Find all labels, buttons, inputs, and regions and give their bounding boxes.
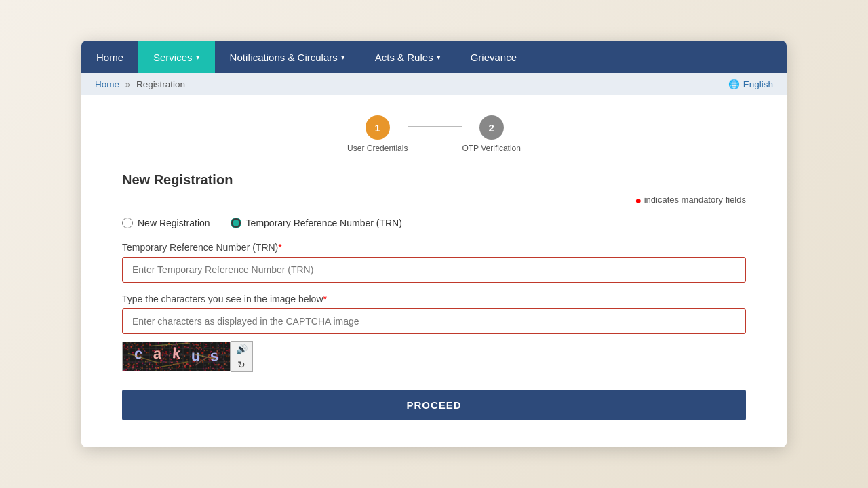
step-connector — [408, 126, 462, 127]
step-1-label: User Credentials — [347, 144, 408, 153]
radio-new-registration-label: New Registration — [138, 218, 210, 228]
browser-window: Home Services ▾ Notifications & Circular… — [81, 41, 787, 447]
captcha-input[interactable] — [122, 308, 746, 334]
mandatory-dot: ● — [635, 195, 642, 206]
breadcrumb-separator: » — [125, 79, 131, 89]
step-1-circle: 1 — [366, 115, 390, 140]
content-area: 1 User Credentials 2 OTP Verification Ne… — [81, 95, 787, 447]
radio-trn-label: Temporary Reference Number (TRN) — [246, 218, 402, 228]
captcha-required: * — [323, 293, 327, 304]
navbar: Home Services ▾ Notifications & Circular… — [81, 41, 787, 73]
captcha-audio-button[interactable]: 🔊 — [231, 342, 252, 357]
radio-new-registration-input[interactable] — [122, 218, 133, 228]
captcha-section: Type the characters you see in the image… — [122, 293, 746, 372]
captcha-image — [122, 342, 231, 371]
proceed-button[interactable]: PROCEED — [122, 390, 746, 420]
radio-trn-input[interactable] — [231, 218, 241, 228]
mandatory-note: ● indicates mandatory fields — [122, 195, 746, 207]
captcha-buttons: 🔊 ↻ — [231, 341, 253, 372]
globe-icon: 🌐 — [728, 79, 740, 89]
breadcrumb-current: Registration — [136, 79, 185, 89]
breadcrumb: Home » Registration — [95, 79, 185, 89]
services-arrow-icon: ▾ — [196, 53, 200, 62]
nav-home[interactable]: Home — [81, 41, 138, 73]
notifications-arrow-icon: ▾ — [341, 53, 345, 62]
nav-notifications[interactable]: Notifications & Circulars ▾ — [215, 41, 360, 73]
radio-group: New Registration Temporary Reference Num… — [122, 218, 746, 228]
language-selector[interactable]: 🌐 English — [728, 79, 773, 89]
stepper: 1 User Credentials 2 OTP Verification — [122, 115, 746, 153]
trn-required: * — [278, 242, 281, 253]
step-2-wrapper: 2 OTP Verification — [462, 115, 520, 153]
nav-services[interactable]: Services ▾ — [138, 41, 215, 73]
captcha-label: Type the characters you see in the image… — [122, 293, 746, 304]
captcha-refresh-button[interactable]: ↻ — [231, 357, 252, 371]
step-2-circle: 2 — [479, 115, 504, 140]
captcha-image-row: 🔊 ↻ — [122, 341, 746, 372]
acts-arrow-icon: ▾ — [437, 53, 441, 62]
breadcrumb-bar: Home » Registration 🌐 English — [81, 73, 787, 95]
form-title: New Registration — [122, 172, 746, 188]
trn-field-group: Temporary Reference Number (TRN)* — [122, 242, 746, 293]
nav-grievance[interactable]: Grievance — [456, 41, 532, 73]
trn-label: Temporary Reference Number (TRN)* — [122, 242, 746, 253]
nav-acts[interactable]: Acts & Rules ▾ — [360, 41, 456, 73]
radio-new-registration[interactable]: New Registration — [122, 218, 210, 228]
trn-input[interactable] — [122, 257, 746, 283]
breadcrumb-home[interactable]: Home — [95, 79, 119, 89]
step-2-label: OTP Verification — [462, 144, 520, 153]
step-1-wrapper: 1 User Credentials — [347, 115, 408, 153]
radio-trn[interactable]: Temporary Reference Number (TRN) — [231, 218, 402, 228]
language-label: English — [743, 79, 773, 89]
